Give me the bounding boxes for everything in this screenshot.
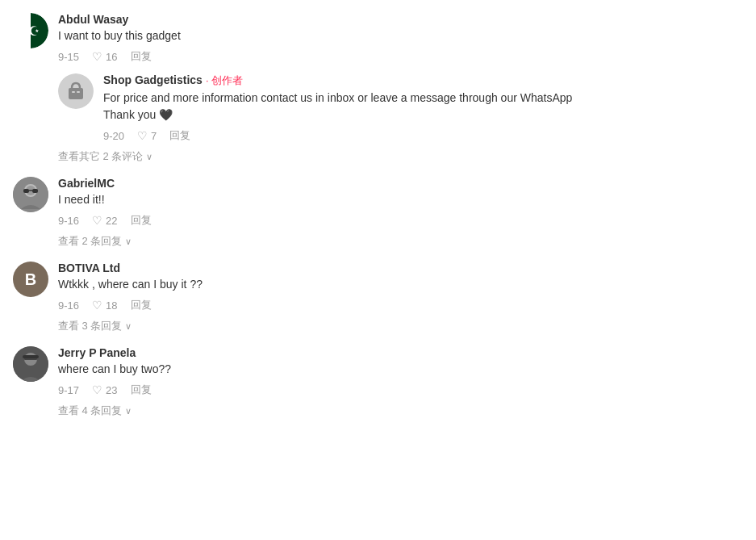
heart-icon-1: ♡	[92, 50, 102, 63]
svg-rect-9	[23, 189, 29, 193]
reply-button-botiva[interactable]: 回复	[131, 298, 152, 312]
username-gabriel: GabrielMC	[58, 177, 743, 190]
view-more-jerry[interactable]: 查看 4 条回复 ∨	[58, 404, 743, 418]
comment-content-gabriel: GabrielMC I need it!! 9-16 ♡ 22 回复	[58, 177, 743, 228]
view-more-text-botiva: 查看 3 条回复	[58, 319, 122, 333]
heart-icon-botiva: ♡	[92, 299, 102, 312]
comment-thread-3: B BOTIVA Ltd Wtkkk , where can I buy it …	[13, 262, 743, 333]
like-button-1[interactable]: ♡ 16	[92, 50, 117, 63]
comment-text-gabriel: I need it!!	[58, 191, 743, 208]
username-shop: Shop Gadgetistics· 创作者	[103, 73, 743, 88]
comment-thread-1: ☪ Abdul Wasay I want to buy this gadget …	[13, 13, 743, 164]
avatar-jerry	[13, 346, 48, 382]
comment-actions-botiva: 9-16 ♡ 18 回复	[58, 298, 743, 312]
comment-date-1: 9-15	[58, 51, 79, 63]
comment-thread-4: Jerry P Panela where can I buy two?? 9-1…	[13, 346, 743, 418]
view-more-text-gabriel: 查看 2 条回复	[58, 234, 122, 249]
svg-rect-10	[32, 189, 38, 193]
comment-3: B BOTIVA Ltd Wtkkk , where can I buy it …	[13, 262, 743, 312]
comment-actions-jerry: 9-17 ♡ 23 回复	[58, 383, 743, 397]
view-more-1[interactable]: 查看其它 2 条评论 ∨	[58, 149, 743, 164]
comment-actions-1: 9-15 ♡ 16 回复	[58, 49, 743, 64]
comment-1: ☪ Abdul Wasay I want to buy this gadget …	[13, 13, 743, 64]
heart-icon-gabriel: ♡	[92, 214, 102, 227]
like-button-shop[interactable]: ♡ 7	[137, 129, 157, 142]
svg-rect-4	[72, 91, 75, 93]
view-more-gabriel[interactable]: 查看 2 条回复 ∨	[58, 234, 743, 249]
comment-date-gabriel: 9-16	[58, 215, 79, 227]
avatar-shop	[58, 73, 94, 109]
like-count-gabriel: 22	[106, 215, 117, 227]
comment-date-jerry: 9-17	[58, 384, 79, 396]
username-1: Abdul Wasay	[58, 13, 743, 26]
view-more-text-jerry: 查看 4 条回复	[58, 404, 122, 418]
comment-thread-2: GabrielMC I need it!! 9-16 ♡ 22 回复 查看 2 …	[13, 177, 743, 249]
comment-text-shop: For price and more information contact u…	[103, 90, 743, 123]
username-botiva: BOTIVA Ltd	[58, 262, 743, 274]
like-count-1: 16	[106, 51, 117, 63]
chevron-down-icon-gabriel: ∨	[125, 237, 132, 247]
heart-icon-shop: ♡	[137, 129, 148, 142]
like-count-shop: 7	[151, 130, 157, 142]
avatar-letter-botiva: B	[25, 270, 36, 289]
like-button-jerry[interactable]: ♡ 23	[92, 383, 117, 396]
like-count-botiva: 18	[106, 299, 117, 312]
reply-button-jerry[interactable]: 回复	[131, 383, 152, 397]
reply-button-gabriel[interactable]: 回复	[131, 213, 152, 228]
view-more-text-1: 查看其它 2 条评论	[58, 149, 143, 164]
creator-badge: · 创作者	[206, 74, 243, 86]
comment-date-shop: 9-20	[103, 130, 124, 142]
comment-date-botiva: 9-16	[58, 299, 79, 312]
chevron-down-icon-botiva: ∨	[125, 321, 132, 332]
reply-button-1[interactable]: 回复	[131, 49, 152, 64]
comment-4: Jerry P Panela where can I buy two?? 9-1…	[13, 346, 743, 397]
like-button-gabriel[interactable]: ♡ 22	[92, 214, 117, 227]
heart-icon-jerry: ♡	[92, 383, 102, 396]
comment-content-shop: Shop Gadgetistics· 创作者 For price and mor…	[103, 73, 743, 143]
reply-thread-1: Shop Gadgetistics· 创作者 For price and mor…	[58, 73, 743, 164]
comment-text-botiva: Wtkkk , where can I buy it ??	[58, 276, 743, 293]
svg-rect-15	[23, 355, 39, 358]
view-more-botiva[interactable]: 查看 3 条回复 ∨	[58, 319, 743, 333]
svg-rect-5	[77, 91, 80, 93]
comment-text-jerry: where can I buy two??	[58, 361, 743, 378]
comment-actions-gabriel: 9-16 ♡ 22 回复	[58, 213, 743, 228]
avatar-gabriel	[13, 177, 48, 212]
avatar-botiva: B	[13, 262, 48, 297]
comment-content-1: Abdul Wasay I want to buy this gadget 9-…	[58, 13, 743, 64]
comment-1-reply: Shop Gadgetistics· 创作者 For price and mor…	[58, 73, 743, 143]
reply-button-shop[interactable]: 回复	[169, 128, 190, 143]
svg-text:☪: ☪	[28, 24, 40, 38]
chevron-down-icon-jerry: ∨	[125, 406, 132, 417]
svg-rect-3	[69, 88, 83, 99]
comment-actions-shop: 9-20 ♡ 7 回复	[103, 128, 743, 143]
comment-content-jerry: Jerry P Panela where can I buy two?? 9-1…	[58, 346, 743, 397]
chevron-down-icon-1: ∨	[146, 152, 152, 162]
username-jerry: Jerry P Panela	[58, 346, 743, 359]
comment-text-1: I want to buy this gadget	[58, 27, 743, 44]
avatar: ☪	[13, 13, 48, 48]
comment-content-botiva: BOTIVA Ltd Wtkkk , where can I buy it ??…	[58, 262, 743, 312]
like-count-jerry: 23	[106, 384, 117, 396]
comment-2: GabrielMC I need it!! 9-16 ♡ 22 回复	[13, 177, 743, 228]
like-button-botiva[interactable]: ♡ 18	[92, 299, 117, 312]
